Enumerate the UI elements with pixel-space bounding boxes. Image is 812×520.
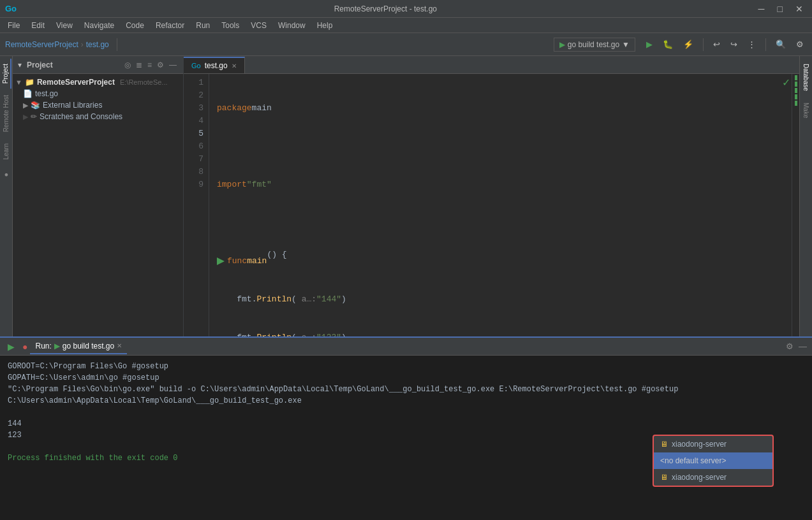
- run-tab-icon: ▶: [54, 342, 60, 350]
- menu-refactor[interactable]: Refactor: [151, 20, 189, 31]
- refresh-right-button[interactable]: ↪: [727, 38, 741, 51]
- popup-server1-item[interactable]: 🖥 xiaodong-server: [654, 436, 772, 452]
- tree-scratches-expand-icon: ▶: [23, 113, 28, 121]
- settings-panel-icon[interactable]: ⚙: [786, 342, 794, 351]
- tree-root-path: E:\RemoteSe...: [120, 78, 168, 86]
- title-bar-controls: ─ □ ✕: [755, 3, 807, 15]
- term-line-2: GOPATH=C:\Users\admin\go #gosetup: [8, 372, 804, 384]
- tree-item-scratches[interactable]: ▶ ✏ Scratches and Consoles: [13, 111, 183, 122]
- run-config-button[interactable]: ▶ go build test.go ▼: [554, 38, 635, 52]
- popup-server2-item[interactable]: 🖥 xiaodong-server: [654, 469, 772, 486]
- menu-help[interactable]: Help: [312, 20, 338, 31]
- menu-vcs[interactable]: VCS: [246, 20, 272, 31]
- project-settings-icon[interactable]: ⚙: [156, 59, 165, 71]
- maximize-button[interactable]: □: [774, 3, 786, 15]
- search-button[interactable]: 🔍: [772, 38, 789, 51]
- bottom-tab-run[interactable]: Run: ▶ go build test.go ✕: [30, 339, 127, 354]
- code-editor[interactable]: package main import "fmt" func main() { …: [209, 74, 792, 336]
- sidebar-item-make[interactable]: Make: [801, 98, 811, 123]
- tab-close-button[interactable]: ✕: [232, 62, 237, 69]
- project-options-icon[interactable]: ≡: [146, 59, 153, 71]
- run-play-button[interactable]: ▶: [5, 340, 17, 353]
- minimize-button[interactable]: ─: [755, 3, 769, 15]
- run-tab-close[interactable]: ✕: [117, 342, 122, 349]
- menu-bar: File Edit View Navigate Code Refactor Ru…: [0, 18, 812, 33]
- run-stop-button[interactable]: ●: [20, 340, 30, 353]
- term-line-1: GOROOT=C:\Program Files\Go #gosetup: [8, 361, 804, 372]
- title-bar: Go RemoteServerProject - test.go ─ □ ✕: [0, 0, 812, 18]
- left-sidebar: Project Remote Host Learn ●: [0, 56, 13, 336]
- run-arrow-icon: [217, 257, 225, 265]
- line-num-5: 5: [184, 127, 203, 140]
- breadcrumb: RemoteServerProject › test.go: [5, 40, 109, 49]
- sidebar-item-project[interactable]: Project: [1, 59, 11, 89]
- toolbar-separator-3: [765, 38, 766, 51]
- term-line-3: "C:\Program Files\Go\bin\go.exe" build -…: [8, 384, 804, 395]
- close-panel-icon[interactable]: —: [799, 342, 807, 351]
- app-logo: Go: [5, 4, 17, 13]
- menu-file[interactable]: File: [3, 20, 25, 31]
- code-line-4: [217, 217, 792, 229]
- run-button[interactable]: ▶: [643, 38, 656, 51]
- editor-area: Go test.go ✕ 1 2 3 4 5 6 7 8 9 package m…: [184, 56, 799, 336]
- editor-tab-testgo[interactable]: Go test.go ✕: [184, 57, 245, 73]
- project-panel-title: Project: [27, 61, 53, 69]
- project-collapse-icon[interactable]: ≣: [135, 59, 144, 71]
- sidebar-item-database[interactable]: Database: [801, 59, 811, 96]
- menu-edit[interactable]: Edit: [26, 20, 50, 31]
- tree-item-testgo[interactable]: 📄 test.go: [13, 88, 183, 99]
- project-dropdown-icon: ▾: [18, 61, 22, 69]
- menu-code[interactable]: Code: [121, 20, 149, 31]
- sidebar-item-learn[interactable]: Learn: [1, 138, 11, 165]
- code-line-7: fmt.Println( a…: "123"): [217, 331, 792, 336]
- line-num-3: 3: [184, 102, 203, 115]
- line-num-1: 1: [184, 76, 203, 89]
- breadcrumb-project[interactable]: RemoteServerProject: [5, 40, 78, 49]
- code-line-2: [217, 140, 792, 153]
- right-sidebar: Database Make: [799, 56, 812, 336]
- code-line-3: import "fmt": [217, 178, 792, 191]
- code-line-1: package main: [217, 102, 792, 115]
- breadcrumb-file[interactable]: test.go: [86, 40, 109, 49]
- menu-window[interactable]: Window: [273, 20, 311, 31]
- term-line-5: [8, 407, 804, 418]
- tree-expand-icon: ▼: [15, 78, 22, 86]
- cover-button[interactable]: ⚡: [680, 38, 697, 51]
- menu-navigate[interactable]: Navigate: [79, 20, 119, 31]
- tree-item-root[interactable]: ▼ 📁 RemoteServerProject E:\RemoteSe...: [13, 76, 183, 88]
- sidebar-item-git[interactable]: ●: [1, 166, 11, 184]
- line-num-7: 7: [184, 153, 203, 166]
- menu-run[interactable]: Run: [191, 20, 215, 31]
- menu-tools[interactable]: Tools: [216, 20, 244, 31]
- tree-item-external-libs[interactable]: ▶ 📚 External Libraries: [13, 99, 183, 111]
- project-tree: ▼ 📁 RemoteServerProject E:\RemoteSe... 📄…: [13, 74, 183, 336]
- editor-checkmark: ✓: [782, 76, 790, 89]
- editor-tabs: Go test.go ✕: [184, 56, 799, 74]
- popup-no-server-item[interactable]: <no default server>: [654, 452, 772, 469]
- run-controls: ▶ ●: [5, 340, 30, 353]
- debug-button[interactable]: 🐛: [660, 38, 676, 51]
- project-locate-icon[interactable]: ◎: [123, 59, 132, 71]
- tree-collapsed-icon: ▶: [23, 101, 28, 110]
- title-bar-app-icon: Go: [5, 4, 17, 13]
- run-config-area: ▶ go build test.go ▼ ▶ 🐛 ⚡ ↩ ↪ ⋮ 🔍 ⚙: [554, 38, 807, 52]
- close-button[interactable]: ✕: [792, 3, 807, 15]
- line-num-2: 2: [184, 89, 203, 102]
- editor-content: 1 2 3 4 5 6 7 8 9 package main import "f…: [184, 74, 799, 336]
- term-line-4: C:\Users\admin\AppData\Local\Temp\GoLand…: [8, 395, 804, 407]
- title-bar-title: RemoteServerProject - test.go: [334, 4, 437, 13]
- sidebar-item-remote[interactable]: Remote Host: [1, 90, 11, 137]
- menu-view[interactable]: View: [51, 20, 78, 31]
- breadcrumb-sep: ›: [81, 40, 84, 49]
- toolbar-separator-1: [117, 38, 117, 51]
- line-num-9: 9: [184, 178, 203, 191]
- more-button[interactable]: ⋮: [744, 38, 759, 51]
- run-config-dropdown-icon: ▼: [622, 40, 630, 49]
- line-num-6: 6: [184, 140, 203, 153]
- gutter-mark-2: [795, 82, 797, 87]
- project-close-icon[interactable]: —: [168, 59, 178, 71]
- tree-scratches-label: Scratches and Consoles: [40, 112, 122, 121]
- refresh-left-button[interactable]: ↩: [710, 38, 723, 51]
- settings-button[interactable]: ⚙: [793, 38, 807, 51]
- run-tab-label: go build test.go: [63, 342, 114, 350]
